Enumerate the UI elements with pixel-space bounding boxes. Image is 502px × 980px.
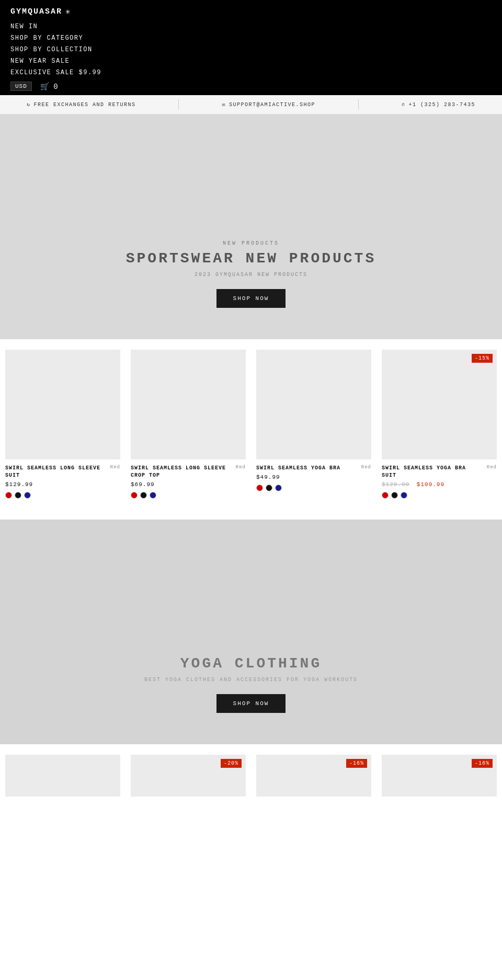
nav-item-new-year-sale[interactable]: NEW YEAR SALE (10, 56, 492, 66)
info-bar: ↻ FREE EXCHANGES AND RETURNS ✉ SUPPORT@A… (0, 95, 502, 114)
swatch-black[interactable] (15, 492, 21, 499)
nav-links: NEW IN SHOP BY CATEGORY SHOP BY COLLECTI… (10, 22, 492, 77)
swatch-red[interactable] (382, 492, 389, 499)
product-swatches-2 (131, 492, 246, 499)
product-card-2: SWIRL SEAMLESS LONG SLEEVE CROP TOP Red … (126, 350, 251, 509)
product-price-3: $49.99 (256, 474, 371, 480)
discount-badge-4: -15% (472, 354, 493, 363)
product-image-3 (256, 350, 371, 459)
exchanges-icon: ↻ (27, 101, 31, 108)
product-color-3: Red (361, 465, 371, 470)
product-color-2: Red (236, 465, 246, 470)
cart-icon[interactable]: 🛒 0 (40, 82, 58, 91)
product-card-4: -15% SWIRL SEAMLESS YOGA BRA SUIT Red $1… (376, 350, 502, 509)
product-price-1: $129.99 (5, 481, 120, 488)
nav-item-new-in[interactable]: NEW IN (10, 22, 492, 31)
hero-description: 2023 GYMQUASAR NEW PRODUCTS (195, 272, 307, 278)
product-name-4: SWIRL SEAMLESS YOGA BRA SUIT (382, 465, 484, 479)
product-color-4: Red (487, 465, 497, 470)
yoga-description: Best yoga clothes and accessories for yo… (144, 677, 358, 683)
product-image-2 (131, 350, 246, 459)
info-divider-2 (358, 99, 359, 110)
header: GYMQUASAR ✳ NEW IN SHOP BY CATEGORY SHOP… (0, 0, 502, 95)
yoga-card-4: -16% (376, 755, 502, 812)
currency-selector[interactable]: USD (10, 82, 32, 91)
product-name-1: SWIRL SEAMLESS LONG SLEEVE SUIT (5, 465, 107, 479)
cart-count: 0 (53, 83, 58, 91)
brand-name: GYMQUASAR (10, 7, 62, 16)
yoga-card-2: -20% (126, 755, 251, 812)
original-price-4: $120.00 (382, 481, 409, 488)
hero-banner: NEW PRODUCTS SPORTSWEAR NEW PRODUCTS 202… (0, 114, 502, 339)
swatch-black[interactable] (140, 492, 147, 499)
support-text: SUPPORT@AMIACTIVE.SHOP (229, 102, 315, 108)
product-image-4: -15% (382, 350, 497, 459)
hero-shop-now-button[interactable]: SHOP NOW (216, 289, 286, 308)
info-support: ✉ SUPPORT@AMIACTIVE.SHOP (222, 101, 315, 108)
yoga-image-1 (5, 755, 120, 797)
yoga-discount-badge-4: -16% (472, 759, 493, 768)
swatch-black[interactable] (266, 485, 272, 491)
product-color-1: Red (110, 465, 120, 470)
yoga-grid: -20% -16% -16% (0, 755, 502, 812)
product-name-2: SWIRL SEAMLESS LONG SLEEVE CROP TOP (131, 465, 233, 479)
yoga-discount-badge-3: -16% (346, 759, 367, 768)
swatch-blue[interactable] (275, 485, 282, 491)
swatch-blue[interactable] (24, 492, 31, 499)
nav-item-shop-by-collection[interactable]: SHOP BY COLLECTION (10, 45, 492, 54)
yoga-card-1 (0, 755, 126, 812)
product-card-3: SWIRL SEAMLESS YOGA BRA Red $49.99 (251, 350, 376, 509)
product-grid: SWIRL SEAMLESS LONG SLEEVE SUIT Red $129… (0, 350, 502, 509)
product-price-2: $69.99 (131, 481, 246, 488)
product-section: SWIRL SEAMLESS LONG SLEEVE SUIT Red $129… (0, 339, 502, 520)
product-image-1 (5, 350, 120, 459)
product-swatches-1 (5, 492, 120, 499)
nav-bottom-row: USD 🛒 0 (10, 82, 492, 91)
swatch-red[interactable] (256, 485, 263, 491)
product-card-1: SWIRL SEAMLESS LONG SLEEVE SUIT Red $129… (0, 350, 126, 509)
swatch-black[interactable] (391, 492, 398, 499)
phone-icon: ✆ (402, 101, 406, 108)
yoga-card-3: -16% (251, 755, 376, 812)
info-phone: ✆ +1 (325) 283-7435 (402, 101, 475, 108)
info-exchanges: ↻ FREE EXCHANGES AND RETURNS (27, 101, 136, 108)
exchanges-text: FREE EXCHANGES AND RETURNS (34, 102, 136, 108)
yoga-image-3: -16% (256, 755, 371, 797)
product-swatches-3 (256, 485, 371, 491)
info-divider-1 (178, 99, 179, 110)
product-price-4: $120.00 $109.99 (382, 481, 497, 488)
swatch-red[interactable] (131, 492, 138, 499)
yoga-discount-badge-2: -20% (221, 759, 242, 768)
support-icon: ✉ (222, 101, 226, 108)
yoga-image-2: -20% (131, 755, 246, 797)
brand-icon: ✳ (65, 6, 71, 17)
swatch-red[interactable] (5, 492, 12, 499)
yoga-banner: YOGA CLOTHING Best yoga clothes and acce… (0, 520, 502, 744)
logo-row: GYMQUASAR ✳ (10, 6, 492, 17)
product-swatches-4 (382, 492, 497, 499)
hero-subtitle: NEW PRODUCTS (223, 240, 279, 246)
nav-item-shop-by-category[interactable]: SHOP BY CATEGORY (10, 33, 492, 43)
phone-text: +1 (325) 283-7435 (408, 102, 475, 108)
hero-title: SPORTSWEAR NEW PRODUCTS (126, 250, 376, 267)
yoga-title: YOGA CLOTHING (180, 655, 322, 672)
sale-price-4: $109.99 (417, 481, 444, 488)
nav-item-exclusive-sale[interactable]: EXCLUSIVE SALE $9.99 (10, 68, 492, 77)
swatch-blue[interactable] (401, 492, 407, 499)
yoga-product-section: -20% -16% -16% (0, 744, 502, 823)
swatch-blue[interactable] (150, 492, 156, 499)
yoga-shop-now-button[interactable]: SHOP NOW (216, 694, 286, 713)
product-name-3: SWIRL SEAMLESS YOGA BRA (256, 465, 358, 472)
yoga-image-4: -16% (382, 755, 497, 797)
